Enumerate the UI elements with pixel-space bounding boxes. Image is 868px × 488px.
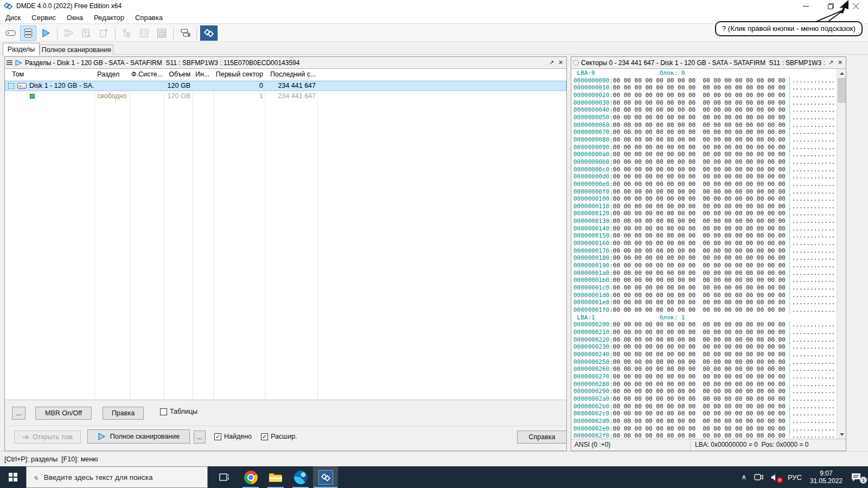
start-button[interactable] xyxy=(0,466,26,488)
hex-line[interactable]: 00000001c0:00 00 00 00 00 00 00 00 00 00… xyxy=(573,284,836,292)
hex-line[interactable]: 00000002c0:00 00 00 00 00 00 00 00 00 00… xyxy=(573,410,836,418)
open-disk-icon[interactable] xyxy=(3,25,19,41)
hex-line[interactable]: 00000001d0:00 00 00 00 00 00 00 00 00 00… xyxy=(573,292,836,299)
hex-line[interactable]: 0000000270:00 00 00 00 00 00 00 00 00 00… xyxy=(573,373,836,381)
hex-line[interactable]: 0000000040:00 00 00 00 00 00 00 00 00 00… xyxy=(573,106,836,114)
scroll-down-button[interactable] xyxy=(837,430,846,439)
row-checkbox[interactable] xyxy=(8,83,14,89)
hex-line[interactable]: 0000000160:00 00 00 00 00 00 00 00 00 00… xyxy=(573,240,836,247)
found-checkbox[interactable]: ✓ Найдено xyxy=(214,433,252,440)
hex-view-icon[interactable] xyxy=(154,25,170,41)
hex-line[interactable]: 0000000110:00 00 00 00 00 00 00 00 00 00… xyxy=(573,203,836,210)
hex-line[interactable]: 0000000180:00 00 00 00 00 00 00 00 00 00… xyxy=(573,254,836,262)
taskbar-search[interactable]: ⌕ Введите здесь текст для поиска xyxy=(26,466,208,488)
panel-close-icon[interactable]: ✕ xyxy=(835,59,845,67)
hex-line[interactable]: 0000000030:00 00 00 00 00 00 00 00 00 00… xyxy=(573,99,836,107)
task-view-button[interactable] xyxy=(212,466,237,488)
hex-line[interactable]: 00000002e0:00 00 00 00 00 00 00 00 00 00… xyxy=(573,425,836,433)
full-scan-button[interactable]: Полное сканирование xyxy=(87,429,190,444)
hex-line[interactable]: 0000000120:00 00 00 00 00 00 00 00 00 00… xyxy=(573,210,836,217)
col-header-fs[interactable]: Ф.Систе... xyxy=(131,70,163,78)
cascade-windows-icon[interactable] xyxy=(177,25,193,41)
run-icon[interactable] xyxy=(37,25,54,41)
hex-line[interactable]: 00000000e0:00 00 00 00 00 00 00 00 00 00… xyxy=(573,181,836,188)
hex-line[interactable]: 00000001a0:00 00 00 00 00 00 00 00 00 00… xyxy=(573,269,836,277)
hex-line[interactable]: 0000000210:00 00 00 00 00 00 00 00 00 00… xyxy=(573,329,836,336)
hex-line[interactable]: 0000000240:00 00 00 00 00 00 00 00 00 00… xyxy=(573,351,836,358)
menu-disk[interactable]: Диск xyxy=(0,12,26,24)
col-header-size[interactable]: Объем xyxy=(165,70,190,78)
hex-line[interactable]: 0000000190:00 00 00 00 00 00 00 00 00 00… xyxy=(573,262,836,269)
hex-editor[interactable]: LBA:0 блок: 00000000000:00 00 00 00 00 0… xyxy=(571,69,846,439)
col-header-last-sector[interactable]: Последний с... xyxy=(270,70,316,78)
col-header-info[interactable]: Ин... xyxy=(195,70,209,78)
hex-line[interactable]: 00000001f0:00 00 00 00 00 00 00 00 00 00… xyxy=(573,306,836,314)
vertical-scrollbar[interactable] xyxy=(837,69,846,439)
extended-checkbox-box[interactable]: ✓ xyxy=(261,433,268,440)
taskbar-app-chrome[interactable] xyxy=(238,466,263,488)
hex-line[interactable]: 0000000140:00 00 00 00 00 00 00 00 00 00… xyxy=(573,225,836,233)
hex-line[interactable]: 00000001b0:00 00 00 00 00 00 00 00 00 00… xyxy=(573,277,836,284)
tables-checkbox-box[interactable] xyxy=(160,408,167,415)
hex-line[interactable]: 0000000070:00 00 00 00 00 00 00 00 00 00… xyxy=(573,129,836,136)
panel-close-icon[interactable]: ✕ xyxy=(556,59,565,67)
more-button[interactable]: ... xyxy=(12,407,25,420)
hex-line[interactable]: 0000000170:00 00 00 00 00 00 00 00 00 00… xyxy=(573,247,836,255)
taskbar-clock[interactable]: 9:07 31.05.2022 xyxy=(806,466,847,488)
menu-windows[interactable]: Окна xyxy=(61,12,88,24)
hex-line[interactable]: 0000000020:00 00 00 00 00 00 00 00 00 00… xyxy=(573,92,836,99)
extended-checkbox[interactable]: ✓ Расшир. xyxy=(261,433,297,440)
edit-button[interactable]: Правка xyxy=(103,407,144,420)
table-row-free-space[interactable]: свободно 120 GB 1 234 441 647 xyxy=(5,91,566,101)
scan-options-button[interactable]: ... xyxy=(194,431,206,444)
hex-line[interactable]: 0000000080:00 00 00 00 00 00 00 00 00 00… xyxy=(573,136,836,144)
hex-line[interactable]: 0000000250:00 00 00 00 00 00 00 00 00 00… xyxy=(573,358,836,366)
menu-editor[interactable]: Редактор xyxy=(88,12,130,24)
tab-full-scan[interactable]: Полное сканирование xyxy=(40,44,113,55)
partitions-icon[interactable] xyxy=(20,25,36,41)
dmde-logo-button[interactable] xyxy=(200,25,218,41)
hex-line[interactable]: 0000000050:00 00 00 00 00 00 00 00 00 00… xyxy=(573,114,836,121)
hex-line[interactable]: 0000000150:00 00 00 00 00 00 00 00 00 00… xyxy=(573,232,836,240)
col-header-volume[interactable]: Том xyxy=(12,70,24,78)
table-row-disk[interactable]: Disk 1 - 120 GB - SA... 120 GB 0 234 441… xyxy=(5,81,566,91)
hex-line[interactable]: 0000000000:00 00 00 00 00 00 00 00 00 00… xyxy=(573,77,836,85)
scrollbar-thumb[interactable] xyxy=(838,78,846,103)
col-header-partition[interactable]: Раздел xyxy=(97,70,119,78)
hex-line[interactable]: 0000000290:00 00 00 00 00 00 00 00 00 00… xyxy=(573,388,836,395)
notification-center-icon[interactable]: 1 xyxy=(847,466,868,488)
hex-line[interactable]: 00000002d0:00 00 00 00 00 00 00 00 00 00… xyxy=(573,418,836,425)
hex-line[interactable]: 0000000060:00 00 00 00 00 00 00 00 00 00… xyxy=(573,121,836,129)
hex-line[interactable]: 00000000c0:00 00 00 00 00 00 00 00 00 00… xyxy=(573,166,836,174)
hex-line[interactable]: 0000000090:00 00 00 00 00 00 00 00 00 00… xyxy=(573,144,836,151)
open-volume-button[interactable]: Открыть том xyxy=(14,431,81,444)
hex-line[interactable]: 00000000f0:00 00 00 00 00 00 00 00 00 00… xyxy=(573,188,836,196)
taskbar-app-edge[interactable] xyxy=(288,466,313,488)
help-button[interactable]: Справка xyxy=(517,431,567,444)
language-indicator[interactable]: РУС xyxy=(784,466,806,488)
hex-line[interactable]: 0000000130:00 00 00 00 00 00 00 00 00 00… xyxy=(573,217,836,225)
tray-expand-icon[interactable]: ∧ xyxy=(737,466,750,487)
hex-line[interactable]: 00000002f0:00 00 00 00 00 00 00 00 00 00… xyxy=(573,432,836,439)
hex-line[interactable]: 00000001e0:00 00 00 00 00 00 00 00 00 00… xyxy=(573,299,836,306)
hex-line[interactable]: 00000000b0:00 00 00 00 00 00 00 00 00 00… xyxy=(573,158,836,166)
found-checkbox-box[interactable]: ✓ xyxy=(214,433,221,440)
hex-line[interactable]: 0000000280:00 00 00 00 00 00 00 00 00 00… xyxy=(573,381,836,388)
taskbar-app-explorer[interactable] xyxy=(263,466,288,488)
hex-line[interactable]: 00000000d0:00 00 00 00 00 00 00 00 00 00… xyxy=(573,173,836,181)
tables-checkbox[interactable]: Таблицы xyxy=(160,408,197,415)
menu-service[interactable]: Сервис xyxy=(26,12,61,24)
panel-menu-icon[interactable] xyxy=(5,59,14,67)
col-header-first-sector[interactable]: Первый сектор xyxy=(215,70,263,78)
panel-run-icon[interactable] xyxy=(14,59,23,67)
hex-line[interactable]: 0000000100:00 00 00 00 00 00 00 00 00 00… xyxy=(573,195,836,203)
hex-line[interactable]: 0000000200:00 00 00 00 00 00 00 00 00 00… xyxy=(573,321,836,329)
menu-help[interactable]: Справка xyxy=(130,12,168,24)
meet-now-icon[interactable] xyxy=(750,466,767,488)
taskbar-app-dmde[interactable] xyxy=(313,466,338,488)
hex-line[interactable]: 0000000260:00 00 00 00 00 00 00 00 00 00… xyxy=(573,365,836,373)
mbr-on-off-button[interactable]: MBR On/Off xyxy=(35,407,92,420)
hex-line[interactable]: 00000002a0:00 00 00 00 00 00 00 00 00 00… xyxy=(573,395,836,403)
volume-muted-icon[interactable]: ✕ xyxy=(767,466,784,488)
scroll-up-button[interactable] xyxy=(837,69,846,78)
